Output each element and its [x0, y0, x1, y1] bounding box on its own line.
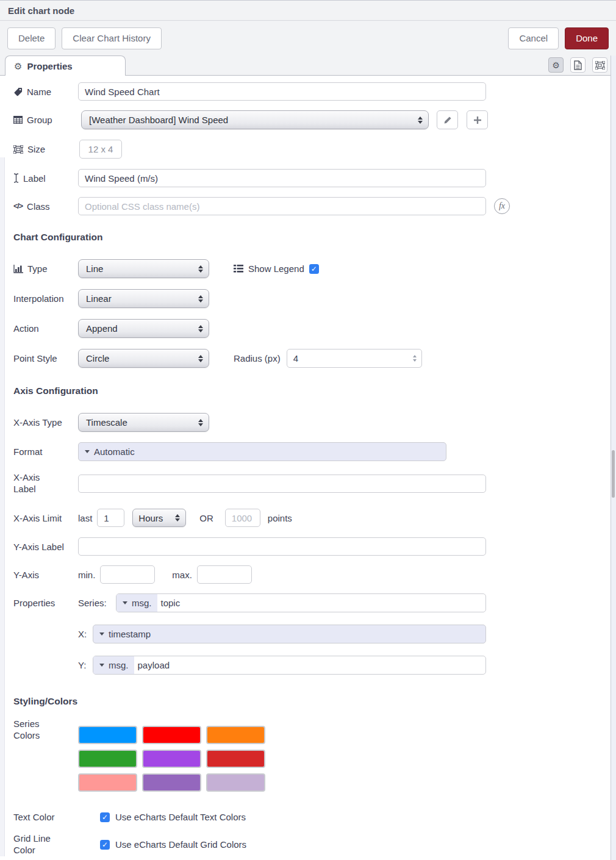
done-button[interactable]: Done: [565, 27, 609, 49]
dialog-title: Edit chart node: [8, 5, 74, 16]
object-group-icon: [13, 145, 23, 154]
styling-heading: Styling/Colors: [13, 696, 616, 707]
tab-properties[interactable]: ⚙ Properties: [5, 56, 126, 76]
group-select-value: [Weather Dashboard] Wind Speed: [89, 115, 228, 125]
label-label-group: Label: [13, 173, 78, 184]
color-swatch-7[interactable]: [78, 773, 137, 792]
x-typed-prefix: timestamp: [93, 625, 156, 643]
grid-color-label: Grid Line Color: [13, 833, 56, 856]
point-style-select[interactable]: Circle: [78, 349, 209, 368]
limit-points-input[interactable]: [225, 509, 260, 527]
radius-input[interactable]: [293, 353, 413, 364]
clear-chart-history-button[interactable]: Clear Chart History: [62, 27, 162, 49]
color-swatch-8[interactable]: [142, 773, 201, 792]
delete-button[interactable]: Delete: [7, 27, 56, 49]
group-label-group: Group: [13, 115, 78, 125]
radius-label: Radius (px): [234, 353, 281, 364]
series-colors-label-group: Series Colors: [13, 718, 78, 742]
format-typed-input[interactable]: Automatic: [78, 442, 446, 461]
vertical-scrollbar[interactable]: [611, 56, 616, 860]
axis-config-heading: Axis Configuration: [13, 385, 616, 396]
chevron-down-icon: [85, 450, 90, 453]
spinner-icon[interactable]: [413, 355, 417, 362]
tab-bar: ⚙ Properties ⚙: [0, 56, 616, 76]
format-label-group: Format: [13, 446, 78, 457]
limit-unit-select[interactable]: Hours: [132, 509, 186, 527]
chevron-down-icon: [99, 664, 104, 667]
format-value: Automatic: [94, 446, 135, 457]
text-color-checkbox[interactable]: ✓: [100, 812, 110, 822]
interpolation-select[interactable]: Linear: [78, 289, 209, 308]
add-group-button[interactable]: [467, 110, 488, 129]
select-arrows-icon: [198, 355, 203, 362]
group-label: Group: [27, 115, 52, 125]
y-prop-label: Y:: [78, 660, 93, 670]
i-cursor-icon: [13, 173, 19, 183]
y-typed-prefix[interactable]: msg.: [93, 656, 134, 674]
action-select[interactable]: Append: [78, 319, 209, 338]
x-axis-type-select[interactable]: Timescale: [78, 413, 209, 432]
y-axis-label-label: Y-Axis Label: [13, 542, 64, 552]
series-properties-label-group: Properties: [13, 598, 78, 608]
action-label-group: Action: [13, 323, 78, 334]
group-select[interactable]: [Weather Dashboard] Wind Speed: [81, 110, 429, 129]
y-axis-label: Y-Axis: [13, 570, 39, 580]
y-axis-max-label: max.: [172, 570, 192, 580]
series-properties-label: Properties: [13, 598, 55, 608]
object-group-icon: [595, 61, 605, 70]
type-label: Type: [27, 263, 48, 274]
x-axis-limit-label-group: X-Axis Limit: [13, 513, 78, 523]
name-input[interactable]: [78, 82, 486, 101]
color-swatch-6[interactable]: [206, 750, 265, 768]
x-axis-limit-label: X-Axis Limit: [13, 513, 62, 523]
label-label: Label: [23, 173, 46, 184]
series-colors-grid: [78, 726, 265, 792]
color-swatch-2[interactable]: [142, 726, 201, 744]
y-typed-input[interactable]: msg. payload: [93, 656, 486, 675]
y-axis-max-input[interactable]: [197, 565, 252, 584]
series-typed-prefix[interactable]: msg.: [116, 594, 157, 612]
code-icon: </>: [13, 202, 23, 210]
color-swatch-9[interactable]: [206, 773, 265, 792]
limit-last-input[interactable]: [97, 509, 124, 527]
chevron-down-icon: [123, 601, 127, 604]
color-swatch-3[interactable]: [206, 726, 265, 744]
plus-icon: [473, 116, 482, 124]
x-typed-input[interactable]: timestamp: [93, 625, 486, 643]
series-value: topic: [157, 598, 185, 608]
x-axis-label-input[interactable]: [78, 475, 486, 493]
text-color-checkbox-label: Use eCharts Default Text Colors: [115, 812, 246, 822]
y-axis-label-input[interactable]: [78, 537, 486, 556]
size-button[interactable]: 12 x 4: [79, 140, 122, 159]
color-swatch-1[interactable]: [78, 726, 137, 744]
node-settings-button[interactable]: ⚙: [548, 57, 564, 73]
action-label: Action: [13, 323, 39, 334]
grid-color-checkbox[interactable]: ✓: [100, 840, 110, 850]
color-swatch-4[interactable]: [78, 750, 137, 768]
limit-unit-value: Hours: [138, 513, 163, 523]
select-arrows-icon: [198, 419, 203, 426]
y-axis-min-label: min.: [78, 570, 95, 580]
show-legend-checkbox[interactable]: ✓: [309, 264, 319, 274]
x-axis-type-select-value: Timescale: [86, 417, 127, 428]
cancel-button[interactable]: Cancel: [508, 27, 559, 49]
edit-group-button[interactable]: [437, 110, 458, 129]
size-label-group: Size: [13, 144, 78, 154]
class-label: Class: [27, 201, 50, 212]
series-typed-input[interactable]: msg. topic: [116, 593, 486, 612]
class-input[interactable]: [78, 197, 486, 215]
y-axis-min-input[interactable]: [100, 565, 155, 584]
y-prefix-label: msg.: [109, 660, 129, 670]
interpolation-label: Interpolation: [13, 293, 64, 304]
grid-color-checkbox-label: Use eCharts Default Grid Colors: [115, 839, 246, 850]
type-select[interactable]: Line: [78, 259, 209, 278]
scrollbar-thumb[interactable]: [612, 450, 615, 498]
color-swatch-5[interactable]: [142, 750, 201, 768]
radius-input-wrap: [287, 349, 422, 368]
label-input[interactable]: [78, 169, 486, 187]
grid-color-label-group: Grid Line Color: [13, 833, 100, 856]
node-description-button[interactable]: [570, 57, 586, 73]
node-appearance-button[interactable]: [592, 57, 607, 73]
type-select-value: Line: [86, 263, 103, 274]
interpolation-label-group: Interpolation: [13, 293, 78, 304]
